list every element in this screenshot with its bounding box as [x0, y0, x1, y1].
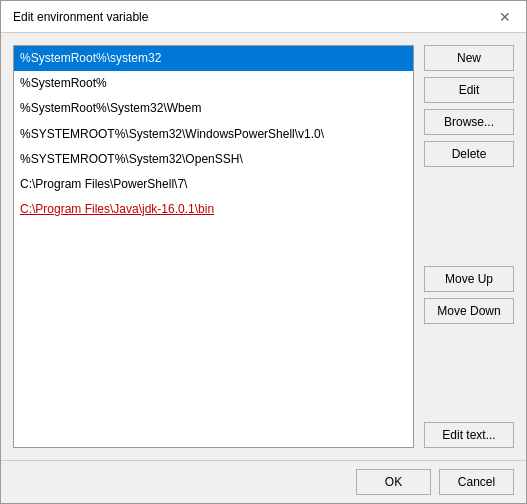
list-item[interactable]: C:\Program Files\Java\jdk-16.0.1\bin — [14, 197, 413, 222]
cancel-button[interactable]: Cancel — [439, 469, 514, 495]
move-up-button[interactable]: Move Up — [424, 266, 514, 292]
close-button[interactable]: ✕ — [496, 8, 514, 26]
edit-text-button[interactable]: Edit text... — [424, 422, 514, 448]
list-item[interactable]: %SystemRoot% — [14, 71, 413, 96]
title-bar: Edit environment variable ✕ — [1, 1, 526, 33]
list-item[interactable]: %SYSTEMROOT%\System32\WindowsPowerShell\… — [14, 122, 413, 147]
content-area: %SystemRoot%\system32%SystemRoot%%System… — [1, 33, 526, 460]
footer: OK Cancel — [1, 460, 526, 503]
delete-button[interactable]: Delete — [424, 141, 514, 167]
move-down-button[interactable]: Move Down — [424, 298, 514, 324]
edit-button[interactable]: Edit — [424, 77, 514, 103]
list-item[interactable]: %SYSTEMROOT%\System32\OpenSSH\ — [14, 147, 413, 172]
list-item[interactable]: C:\Program Files\PowerShell\7\ — [14, 172, 413, 197]
ok-button[interactable]: OK — [356, 469, 431, 495]
env-variable-list[interactable]: %SystemRoot%\system32%SystemRoot%%System… — [13, 45, 414, 448]
edit-env-variable-dialog: Edit environment variable ✕ %SystemRoot%… — [0, 0, 527, 504]
action-buttons: New Edit Browse... Delete Move Up Move D… — [424, 45, 514, 448]
list-item[interactable]: %SystemRoot%\system32 — [14, 46, 413, 71]
dialog-title: Edit environment variable — [13, 10, 148, 24]
list-item[interactable]: %SystemRoot%\System32\Wbem — [14, 96, 413, 121]
browse-button[interactable]: Browse... — [424, 109, 514, 135]
new-button[interactable]: New — [424, 45, 514, 71]
